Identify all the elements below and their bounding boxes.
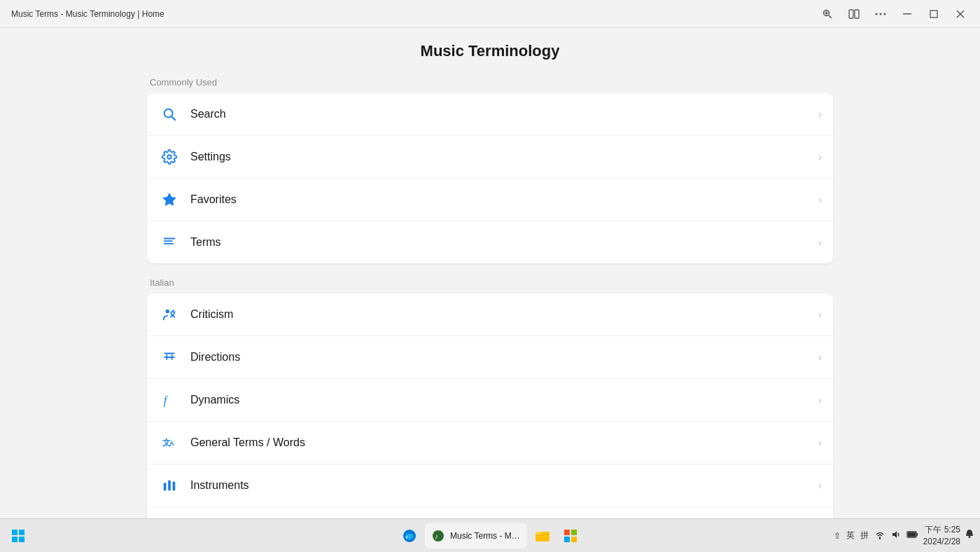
main-content: Music Terminology Commonly Used Search ›…	[0, 28, 980, 518]
terms-item[interactable]: Terms ›	[147, 221, 833, 263]
notification-bell[interactable]	[965, 529, 974, 542]
svg-line-14	[172, 116, 175, 120]
italian-card: Criticism › Directions › f Dynamics › 文	[147, 294, 833, 518]
terms-label: Terms	[190, 236, 818, 249]
reader-view-button[interactable]	[843, 4, 865, 24]
favorites-icon	[158, 188, 181, 211]
commonly-used-section: Commonly Used Search › Settings ›	[77, 77, 903, 263]
close-button[interactable]	[949, 4, 972, 24]
svg-point-7	[880, 13, 882, 15]
commonly-used-card: Search › Settings › Favorites ›	[147, 93, 833, 263]
svg-rect-58	[564, 530, 570, 535]
taskbar-file-explorer[interactable]	[530, 523, 555, 548]
dynamics-chevron: ›	[818, 394, 822, 406]
svg-rect-64	[908, 532, 916, 537]
instruments-label: Instruments	[190, 479, 818, 492]
instruments-icon	[158, 474, 181, 497]
terms-chevron: ›	[818, 237, 822, 248]
window-controls	[816, 4, 972, 24]
dynamics-icon: f	[158, 389, 181, 411]
search-icon	[158, 103, 181, 125]
svg-rect-5	[855, 10, 859, 18]
criticism-icon	[158, 303, 181, 326]
svg-rect-51	[12, 537, 18, 542]
settings-label: Settings	[190, 151, 818, 163]
datetime[interactable]: 下午 5:25 2024/2/28	[923, 524, 960, 548]
directions-item[interactable]: Directions ›	[147, 336, 833, 379]
instruments-item[interactable]: Instruments ›	[147, 464, 833, 507]
start-button[interactable]	[6, 523, 31, 548]
taskbar-right: ⇧ 英 拼 下午 5:25 2024/2/28	[834, 524, 974, 548]
favorites-label: Favorites	[190, 193, 818, 206]
maximize-button[interactable]	[923, 4, 945, 24]
svg-point-21	[171, 312, 174, 315]
moods-item[interactable]: Moods / Expressions ›	[147, 507, 833, 518]
battery-icon	[906, 530, 919, 541]
svg-text:♪: ♪	[435, 532, 438, 540]
time: 下午 5:25	[923, 524, 960, 536]
instruments-chevron: ›	[818, 480, 822, 491]
svg-rect-66	[969, 536, 971, 538]
italian-label: Italian	[150, 277, 833, 288]
svg-rect-57	[536, 532, 541, 534]
taskbar-music-terms[interactable]: ♪ Music Terms - Music T	[425, 523, 527, 548]
svg-point-15	[167, 155, 172, 159]
taskbar-left	[6, 523, 31, 548]
general-terms-icon: 文A	[158, 432, 181, 454]
criticism-label: Criticism	[190, 308, 818, 321]
window-title: Music Terms - Music Terminology | Home	[11, 9, 164, 19]
svg-rect-65	[916, 533, 918, 536]
search-label: Search	[190, 108, 818, 120]
up-arrow[interactable]: ⇧	[834, 531, 841, 541]
settings-chevron: ›	[818, 151, 822, 163]
svg-point-20	[166, 310, 170, 314]
svg-marker-16	[163, 193, 176, 205]
taskbar: ♪ Music Terms - Music T ⇧ 英 拼 下午 5:25	[0, 518, 980, 552]
lang-en[interactable]: 英	[846, 530, 855, 541]
system-tray: ⇧ 英 拼	[834, 530, 919, 541]
svg-rect-50	[19, 530, 24, 535]
search-item[interactable]: Search ›	[147, 93, 833, 136]
svg-rect-4	[849, 10, 853, 18]
directions-chevron: ›	[818, 352, 822, 363]
svg-rect-9	[903, 13, 911, 15]
settings-item[interactable]: Settings ›	[147, 136, 833, 179]
svg-line-22	[173, 310, 175, 311]
lang-pinyin[interactable]: 拼	[860, 530, 869, 541]
search-chevron: ›	[818, 109, 822, 120]
directions-icon	[158, 346, 181, 368]
taskbar-edge-button[interactable]	[397, 523, 422, 548]
title-bar: Music Terms - Music Terminology | Home	[0, 0, 980, 28]
svg-rect-61	[571, 537, 577, 542]
minimize-button[interactable]	[896, 4, 918, 24]
taskbar-center: ♪ Music Terms - Music T	[397, 523, 583, 548]
general-terms-label: General Terms / Words	[190, 436, 818, 449]
svg-rect-59	[571, 530, 577, 535]
criticism-chevron: ›	[818, 309, 822, 320]
date: 2024/2/28	[923, 536, 960, 548]
zoom-button[interactable]	[816, 4, 839, 24]
criticism-item[interactable]: Criticism ›	[147, 294, 833, 336]
favorites-item[interactable]: Favorites ›	[147, 179, 833, 221]
svg-marker-62	[892, 531, 897, 538]
svg-rect-52	[19, 537, 24, 542]
general-terms-chevron: ›	[818, 437, 822, 448]
favorites-chevron: ›	[818, 194, 822, 205]
svg-rect-49	[12, 530, 18, 535]
general-terms-item[interactable]: 文A General Terms / Words ›	[147, 422, 833, 464]
taskbar-app-label: Music Terms - Music T	[450, 531, 520, 541]
taskbar-store[interactable]	[558, 523, 583, 548]
more-button[interactable]	[869, 4, 892, 24]
italian-section: Italian Criticism › Directions › f	[77, 277, 903, 518]
volume-icon	[891, 530, 901, 541]
svg-rect-31	[164, 483, 167, 490]
page-title: Music Terminology	[0, 42, 980, 60]
directions-label: Directions	[190, 351, 818, 364]
commonly-used-label: Commonly Used	[150, 77, 833, 88]
svg-point-8	[884, 13, 886, 15]
svg-rect-33	[173, 482, 176, 491]
svg-rect-10	[930, 11, 937, 18]
dynamics-item[interactable]: f Dynamics ›	[147, 379, 833, 422]
wifi-icon	[874, 530, 886, 541]
svg-point-6	[876, 13, 878, 15]
